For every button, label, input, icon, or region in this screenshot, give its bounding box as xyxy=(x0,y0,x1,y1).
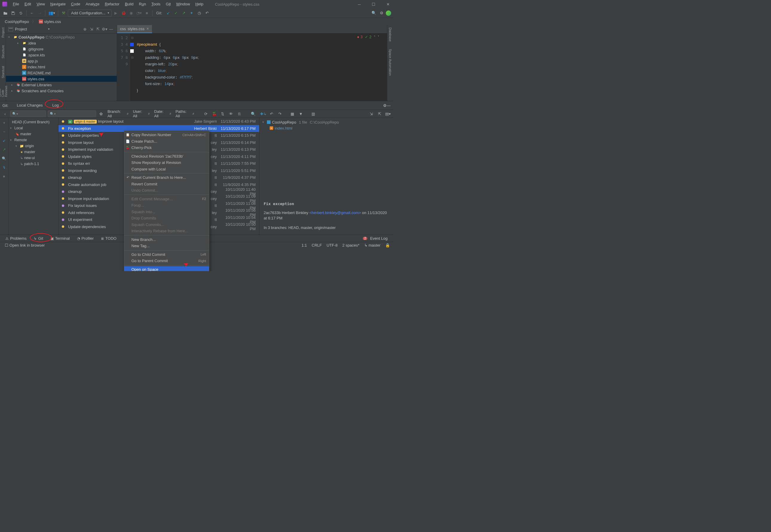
stop-icon[interactable]: ■ xyxy=(143,10,150,17)
tool-space-automation[interactable]: Space Automation xyxy=(388,49,392,76)
collapse-tree-icon[interactable]: ⇱ xyxy=(376,110,383,117)
tree-item[interactable]: ▸📁.idea xyxy=(6,40,117,46)
tab-local-changes[interactable]: Local Changes xyxy=(12,101,47,110)
chevron-up-icon[interactable]: ˄ xyxy=(374,35,375,39)
indent-config[interactable]: 2 spaces* xyxy=(343,243,360,247)
expand-all-icon[interactable]: ⇲ xyxy=(88,26,95,33)
new-branch-icon[interactable]: ✚↳ xyxy=(260,110,267,117)
filter-icon[interactable]: ▼ xyxy=(297,110,304,117)
context-menu-item[interactable]: ↶Reset Current Branch to Here... xyxy=(124,174,209,181)
file-encoding[interactable]: UTF-8 xyxy=(327,243,338,247)
context-menu-item[interactable]: Revert Commit xyxy=(124,181,209,187)
run-icon[interactable]: ▶ xyxy=(112,10,119,17)
eye-icon[interactable]: 👁 xyxy=(228,110,234,117)
hide-panel-icon[interactable]: — xyxy=(108,26,114,33)
tree-root[interactable]: ▾📁CoolAppRepo C:\CoolAppRepo xyxy=(6,34,117,40)
menu-run[interactable]: Run xyxy=(136,0,149,8)
branch-item[interactable]: ↳patch-1.1 xyxy=(8,161,58,167)
details-root[interactable]: ▾ CoolAppRepo 1 file C:\CoolAppRepo xyxy=(259,119,393,125)
update-icon[interactable]: ↙ xyxy=(1,138,7,144)
context-menu-item[interactable]: 🍒Cherry-Pick xyxy=(124,144,209,151)
user-filter[interactable]: User: All⇵ xyxy=(132,109,151,118)
locate-icon[interactable]: ⊕ xyxy=(82,26,88,33)
collapse-left-icon[interactable]: ‹ xyxy=(2,110,8,117)
branch-head[interactable]: HEAD (Current Branch) xyxy=(8,119,58,125)
tree-extra[interactable]: ▸📚Scratches and Consoles xyxy=(6,88,117,94)
redo-icon[interactable]: ↷ xyxy=(277,110,283,117)
tab-log[interactable]: Log xyxy=(47,101,64,110)
menu-view[interactable]: View xyxy=(34,0,47,8)
line-separator[interactable]: CRLF xyxy=(312,243,322,247)
layout-icon[interactable]: ▥ xyxy=(310,110,317,117)
undo-icon[interactable]: ↶ xyxy=(268,110,275,117)
panel-settings-icon[interactable]: ⚙▾ xyxy=(101,26,108,33)
log-search[interactable]: 🔍▾ xyxy=(48,110,96,117)
tool-database[interactable]: Database xyxy=(388,27,392,41)
git-settings-icon[interactable]: ⚙ xyxy=(383,103,387,108)
chevron-down-icon[interactable]: ▼ xyxy=(48,28,50,30)
search-everywhere-icon[interactable]: 🔍 xyxy=(370,10,377,17)
branch-local[interactable]: ▾Local xyxy=(8,125,58,131)
settings-icon[interactable]: ⚙ xyxy=(378,10,385,17)
add-icon[interactable]: ＋ xyxy=(1,120,7,126)
menu-file[interactable]: File xyxy=(10,0,22,8)
cherry-pick-icon[interactable]: 🍒 xyxy=(211,110,218,117)
delete-icon[interactable]: － xyxy=(1,129,7,135)
tool-project[interactable]: Project xyxy=(1,27,5,38)
vcs-clock-icon[interactable]: ◷ xyxy=(196,10,203,17)
context-menu-item[interactable]: Checkout Revision '2ac7633b' xyxy=(124,153,209,160)
filter-gear-icon[interactable]: ✿ xyxy=(98,110,105,117)
editor-tab-styles[interactable]: css styles.css ✕ xyxy=(117,25,152,33)
date-filter[interactable]: Date: All⇵ xyxy=(153,109,172,118)
menu-navigate[interactable]: Navigate xyxy=(47,0,68,8)
tool-problems[interactable]: ⚠Problems xyxy=(2,236,30,241)
tool-stardust[interactable]: Stardust xyxy=(1,66,5,78)
context-menu-item[interactable]: Compare with Local xyxy=(124,166,209,173)
menu-window[interactable]: Window xyxy=(173,0,193,8)
run-config-combo[interactable]: Add Configuration... xyxy=(68,10,112,17)
tool-todo[interactable]: ≣TODO xyxy=(98,236,119,241)
code-editor[interactable]: #peopleamt { width: 60%; padding: 6px 6p… xyxy=(134,33,387,101)
goto-icon[interactable]: ⎘ xyxy=(236,110,243,117)
grid-icon[interactable]: ▦ xyxy=(289,110,296,117)
window-close[interactable]: ✕ xyxy=(385,2,391,7)
tool-terminal[interactable]: ▣Terminal xyxy=(47,236,73,241)
breadcrumb-file[interactable]: cssstyles.css xyxy=(37,19,63,24)
tree-item[interactable]: 📄.gitignore xyxy=(6,46,117,52)
menu-code[interactable]: Code xyxy=(68,0,83,8)
caret-position[interactable]: 1:1 xyxy=(302,243,307,247)
editor-inspection-widget[interactable]: ● 3 ✓ 2 ˄ ˅ xyxy=(357,35,379,39)
coverage-icon[interactable]: ◉ xyxy=(128,10,135,17)
group-by-icon[interactable]: ▤▾ xyxy=(385,110,391,117)
favorite-icon[interactable]: ★ xyxy=(1,173,7,179)
hide-git-panel-icon[interactable]: — xyxy=(387,103,391,108)
context-menu-item[interactable]: New Tag... xyxy=(124,243,209,249)
menu-tools[interactable]: Tools xyxy=(149,0,163,8)
code-with-me-icon[interactable]: 👥▾ xyxy=(47,10,56,17)
paths-filter[interactable]: Paths: All⇵ xyxy=(174,109,196,118)
menu-edit[interactable]: Edit xyxy=(22,0,34,8)
vcs-push-icon[interactable]: ↗ xyxy=(180,10,187,17)
chevron-down-icon[interactable]: ˅ xyxy=(378,35,379,39)
vcs-update-icon[interactable]: ↙ xyxy=(165,10,172,17)
profile-icon[interactable]: ◔▾ xyxy=(136,10,143,17)
context-menu-item[interactable]: 📋Copy Revision NumberCtrl+Alt+Shift+C xyxy=(124,132,209,138)
tool-structure[interactable]: Structure xyxy=(1,45,5,59)
tree-item[interactable]: MREADME.md xyxy=(6,70,117,76)
context-menu-item[interactable]: Show Repository at Revision xyxy=(124,159,209,166)
context-menu-item[interactable]: Go to Child CommitLeft xyxy=(124,251,209,258)
menu-analyze[interactable]: Analyze xyxy=(83,0,102,8)
menu-help[interactable]: Help xyxy=(193,0,206,8)
menu-build[interactable]: Build xyxy=(122,0,136,8)
tree-item[interactable]: JSapp.js xyxy=(6,58,117,64)
tree-extra[interactable]: ▸📚External Libraries xyxy=(6,82,117,88)
push-icon[interactable]: ↗ xyxy=(1,147,7,153)
changed-file[interactable]: H index.html xyxy=(259,125,393,131)
branch-filter[interactable]: Branch: All⇵ xyxy=(106,109,130,118)
branch-filter-search[interactable]: 🔍▾ xyxy=(10,110,46,117)
vcs-rollback-icon[interactable]: ↶ xyxy=(203,10,211,17)
expand-tree-icon[interactable]: ⇲ xyxy=(368,110,374,117)
back-icon[interactable]: ← xyxy=(28,10,36,17)
sync-icon[interactable] xyxy=(17,10,24,17)
commit-row[interactable]: ▸origin & masterImprove layoutJake Singe… xyxy=(59,118,259,125)
